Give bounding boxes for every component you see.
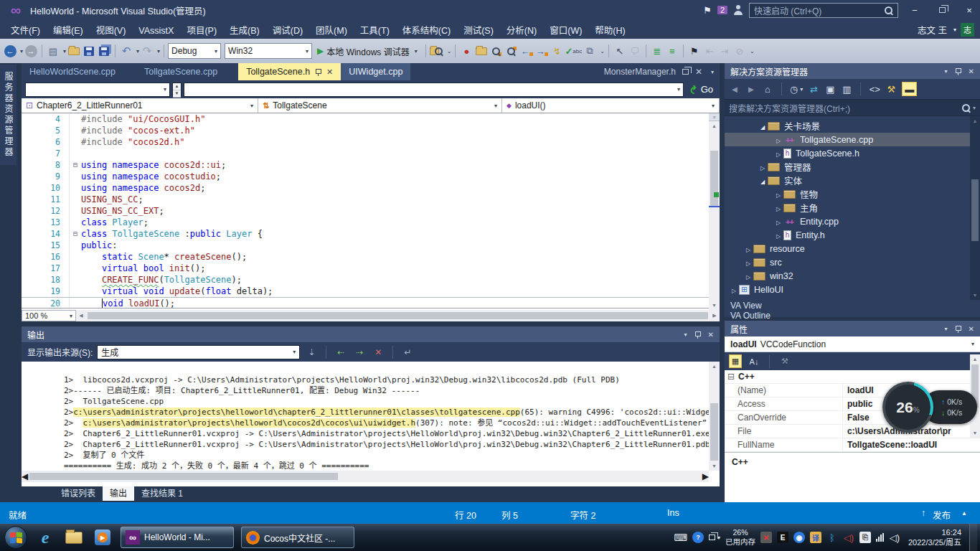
tree-expand-icon[interactable] bbox=[773, 230, 783, 240]
va-overflow-icon[interactable]: ⌄ bbox=[600, 48, 605, 55]
tree-item[interactable]: 实体 bbox=[725, 174, 980, 187]
fold-marker[interactable] bbox=[69, 194, 81, 205]
find-in-files-button[interactable] bbox=[430, 43, 444, 59]
tree-item[interactable]: 主角 bbox=[725, 201, 980, 215]
wrench-icon[interactable]: ⚒ bbox=[885, 82, 897, 96]
menu-item[interactable]: 工具(T) bbox=[354, 23, 396, 39]
fold-marker[interactable] bbox=[69, 274, 81, 286]
bottom-panel-tab[interactable]: 输出 bbox=[103, 486, 134, 501]
security-shield-icon[interactable]: ◉ bbox=[793, 532, 805, 543]
quick-launch-input[interactable]: 快速启动 (Ctrl+Q) bbox=[749, 3, 898, 18]
publish-caret-icon[interactable]: ▲ bbox=[961, 510, 967, 517]
object-caret-icon[interactable]: ▾ bbox=[971, 341, 974, 347]
collapse-category-icon[interactable]: ⊟ bbox=[727, 372, 735, 382]
property-value[interactable]: TollgateScene::loadUI bbox=[843, 440, 980, 450]
tree-item[interactable]: resource bbox=[725, 242, 980, 255]
scroll-down-icon[interactable]: ▼ bbox=[709, 461, 720, 471]
input-method-icon[interactable]: ⌨ bbox=[674, 531, 687, 544]
tree-expand-icon[interactable] bbox=[773, 149, 783, 159]
help-icon[interactable]: ? bbox=[692, 532, 704, 543]
close-panel-icon[interactable]: ✕ bbox=[708, 331, 714, 339]
member-select[interactable]: ◆ loadUI()▾ bbox=[502, 98, 720, 113]
tree-item[interactable]: src bbox=[725, 255, 980, 269]
tree-item[interactable]: TollgateScene.cpp bbox=[725, 133, 980, 146]
tree-vertical-scrollbar[interactable]: ▲ ▼ bbox=[970, 116, 980, 300]
tree-expand-icon[interactable] bbox=[773, 217, 783, 227]
epic-games-icon[interactable]: E bbox=[777, 532, 788, 543]
close-panel-icon[interactable]: ✕ bbox=[969, 325, 974, 333]
taskbar-clock[interactable]: 16:242022/3/25/周五 bbox=[908, 527, 961, 548]
tree-expand-icon[interactable] bbox=[743, 258, 753, 268]
show-hidden-icons[interactable]: ▾ bbox=[709, 531, 720, 544]
volume-icon[interactable]: ◁) bbox=[889, 531, 900, 544]
va-spellcheck-button[interactable]: ✓abc bbox=[565, 43, 582, 59]
select-pointer-button[interactable]: ↖ bbox=[613, 43, 627, 59]
fold-marker[interactable] bbox=[69, 125, 81, 136]
restore-button[interactable] bbox=[931, 1, 953, 19]
bluetooth-icon[interactable]: ᛒ bbox=[826, 531, 838, 544]
alphabetical-sort-icon[interactable]: A↓ bbox=[748, 354, 760, 368]
properties-title-bar[interactable]: 属性 ▾ ✕ bbox=[725, 321, 980, 336]
forward-icon[interactable]: ► bbox=[745, 82, 757, 96]
categorized-view-toggle[interactable]: ▦ bbox=[729, 354, 742, 368]
memory-gauge[interactable]: 26 % bbox=[882, 382, 933, 433]
property-row[interactable]: FullName TollgateScene::loadUI bbox=[725, 438, 980, 452]
save-button[interactable] bbox=[82, 43, 96, 59]
pin-icon[interactable] bbox=[955, 67, 961, 75]
scrollbar-thumb[interactable] bbox=[710, 403, 718, 461]
menu-item[interactable]: 编辑(E) bbox=[47, 23, 90, 39]
menu-item[interactable]: 项目(P) bbox=[180, 23, 223, 39]
prev-bookmark-button[interactable]: ⇤ bbox=[702, 43, 717, 59]
indent-decrease-button[interactable]: ≣ bbox=[650, 43, 664, 59]
pending-changes-filter-icon[interactable]: ◷▾ bbox=[790, 82, 803, 96]
tree-item[interactable]: HelloUI bbox=[725, 283, 980, 296]
notification-count-badge[interactable]: 2 bbox=[717, 6, 727, 14]
output-vertical-scrollbar[interactable]: ▲ ▼ bbox=[709, 362, 720, 471]
user-name[interactable]: 志文 王 bbox=[918, 23, 947, 37]
tab-monstermanager[interactable]: MonsterManager.h bbox=[604, 67, 676, 77]
menu-item[interactable]: 帮助(H) bbox=[588, 23, 631, 39]
debug-target-caret-icon[interactable]: ▾ bbox=[415, 48, 418, 55]
va-refactor-button[interactable]: ⧉ bbox=[583, 43, 597, 59]
tab-tollgatescene-cpp[interactable]: TollgateScene.cpp bbox=[136, 63, 225, 80]
publish-up-icon[interactable]: ↑ bbox=[921, 508, 925, 518]
taskbar-button-visual-studio[interactable]: ∞ HelloWorld - Mi... bbox=[121, 527, 234, 548]
bookmark-button[interactable]: ⚑ bbox=[687, 43, 702, 59]
fold-marker[interactable] bbox=[69, 263, 81, 274]
fold-marker[interactable] bbox=[69, 217, 81, 228]
property-pages-wrench-icon[interactable]: ⚒ bbox=[778, 354, 791, 368]
redo-caret-icon[interactable]: ▾ bbox=[157, 48, 160, 55]
menu-item[interactable]: 测试(S) bbox=[457, 23, 500, 39]
scroll-up-icon[interactable]: ▲ bbox=[970, 116, 980, 126]
scrollbar-thumb[interactable] bbox=[710, 151, 718, 207]
navigate-forward-button[interactable]: → bbox=[24, 43, 38, 59]
tree-item[interactable]: 怪物 bbox=[725, 187, 980, 201]
network-signal-icon[interactable] bbox=[876, 533, 884, 542]
tree-expand-icon[interactable] bbox=[773, 189, 783, 199]
tree-expand-icon[interactable] bbox=[758, 162, 768, 172]
va-find-symbol-button[interactable] bbox=[489, 43, 504, 59]
menu-item[interactable]: 文件(F) bbox=[4, 23, 47, 39]
explorer-panel-tab[interactable]: VA Outline bbox=[725, 311, 786, 321]
scrollbar-thumb[interactable] bbox=[88, 312, 708, 319]
back-icon[interactable]: ◄ bbox=[729, 82, 740, 96]
solution-search-input[interactable]: 搜索解决方案资源管理器(Ctrl+;) ▾ bbox=[725, 100, 980, 116]
close-panel-icon[interactable]: ✕ bbox=[969, 67, 974, 75]
va-open-file-button[interactable] bbox=[474, 43, 489, 59]
menu-item[interactable]: 团队(M) bbox=[309, 23, 354, 39]
tree-item[interactable]: 管理器 bbox=[725, 160, 980, 174]
fold-marker[interactable] bbox=[69, 205, 81, 217]
explorer-panel-tab[interactable]: VA View bbox=[725, 301, 786, 311]
tab-uiwidget[interactable]: UIWidget.cpp bbox=[341, 63, 410, 80]
navigate-back-button[interactable]: ← bbox=[3, 43, 17, 59]
fold-marker[interactable]: ⊟ bbox=[69, 228, 81, 240]
window-position-caret-icon[interactable]: ▾ bbox=[945, 68, 948, 75]
muted-speaker-icon[interactable]: ◁) bbox=[843, 531, 854, 544]
menu-item[interactable]: 窗口(W) bbox=[543, 23, 588, 39]
fold-marker[interactable] bbox=[69, 286, 81, 297]
scroll-right-icon[interactable]: ▶ bbox=[702, 471, 709, 481]
collapse-all-icon[interactable]: ▣ bbox=[824, 82, 836, 96]
editor-horizontal-scrollbar[interactable]: ◀ ▶ bbox=[76, 310, 720, 321]
fold-marker[interactable]: ⊟ bbox=[69, 159, 81, 171]
fold-marker[interactable] bbox=[69, 240, 81, 251]
